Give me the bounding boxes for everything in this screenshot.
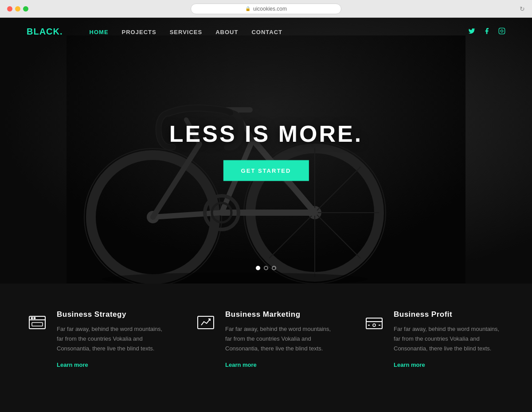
twitter-icon[interactable] bbox=[468, 27, 475, 36]
instagram-icon[interactable] bbox=[498, 27, 505, 36]
features-section: Business Strategy Far far away, behind t… bbox=[0, 284, 532, 412]
reload-button[interactable]: ↻ bbox=[520, 5, 525, 12]
close-button[interactable] bbox=[7, 6, 12, 12]
nav-link-about: ABOUT bbox=[215, 29, 238, 35]
nav-link-home: HOME bbox=[90, 29, 109, 35]
traffic-lights bbox=[7, 6, 28, 12]
marketing-learn-more[interactable]: Learn more bbox=[225, 361, 257, 368]
feature-profit: Business Profit Far far away, behind the… bbox=[364, 310, 505, 390]
fullscreen-button[interactable] bbox=[23, 6, 28, 12]
url-text: uicookies.com bbox=[253, 6, 287, 12]
lock-icon: 🔒 bbox=[245, 6, 250, 11]
strategy-learn-more[interactable]: Learn more bbox=[57, 361, 88, 368]
marketing-description: Far far away, behind the word mountains,… bbox=[225, 324, 337, 354]
hero-content: LESS IS MORE. GET STARTED bbox=[169, 120, 363, 181]
logo-text: BLACK bbox=[27, 27, 60, 36]
svg-rect-29 bbox=[32, 323, 43, 326]
strategy-icon bbox=[27, 312, 48, 333]
profit-title: Business Profit bbox=[394, 310, 505, 319]
marketing-text: Business Marketing Far far away, behind … bbox=[225, 310, 337, 369]
svg-point-33 bbox=[373, 324, 376, 326]
get-started-button[interactable]: GET STARTED bbox=[223, 160, 309, 181]
nav-link-contact: CONTACT bbox=[251, 29, 282, 35]
nav-link-projects: PROJECTS bbox=[122, 29, 156, 35]
strategy-description: Far far away, behind the word mountains,… bbox=[57, 324, 168, 354]
nav-item-contact[interactable]: CONTACT bbox=[251, 28, 282, 36]
website-content: BLACK. HOME PROJECTS SERVICES ABOUT CONT… bbox=[0, 18, 532, 412]
svg-rect-31 bbox=[366, 318, 382, 329]
profit-description: Far far away, behind the word mountains,… bbox=[394, 324, 505, 354]
nav-item-projects[interactable]: PROJECTS bbox=[122, 28, 156, 36]
svg-point-27 bbox=[31, 318, 33, 319]
nav-item-about[interactable]: ABOUT bbox=[215, 28, 238, 36]
strategy-title: Business Strategy bbox=[57, 310, 168, 319]
carousel-dot-1[interactable] bbox=[256, 266, 260, 270]
svg-point-28 bbox=[34, 318, 35, 319]
navigation: BLACK. HOME PROJECTS SERVICES ABOUT CONT… bbox=[0, 18, 532, 46]
hero-title: LESS IS MORE. bbox=[169, 120, 363, 147]
profit-text: Business Profit Far far away, behind the… bbox=[394, 310, 505, 369]
marketing-icon bbox=[195, 312, 216, 333]
feature-strategy: Business Strategy Far far away, behind t… bbox=[27, 310, 168, 390]
carousel-dots bbox=[256, 266, 276, 270]
nav-link-services: SERVICES bbox=[170, 29, 203, 35]
hero-section: LESS IS MORE. GET STARTED bbox=[0, 18, 532, 284]
browser-chrome: 🔒 uicookies.com ↻ bbox=[0, 0, 532, 18]
logo-dot: . bbox=[60, 27, 63, 36]
social-icons bbox=[468, 27, 505, 36]
marketing-title: Business Marketing bbox=[225, 310, 337, 319]
nav-item-services[interactable]: SERVICES bbox=[170, 28, 203, 36]
minimize-button[interactable] bbox=[15, 6, 20, 12]
feature-marketing: Business Marketing Far far away, behind … bbox=[195, 310, 337, 390]
nav-item-home[interactable]: HOME bbox=[90, 28, 109, 36]
nav-links: HOME PROJECTS SERVICES ABOUT CONTACT bbox=[90, 28, 468, 36]
address-bar[interactable]: 🔒 uicookies.com bbox=[191, 4, 341, 14]
facebook-icon[interactable] bbox=[483, 27, 490, 36]
logo[interactable]: BLACK. bbox=[27, 27, 63, 37]
profit-icon bbox=[364, 312, 385, 333]
strategy-text: Business Strategy Far far away, behind t… bbox=[57, 310, 168, 369]
profit-learn-more[interactable]: Learn more bbox=[394, 361, 425, 368]
carousel-dot-3[interactable] bbox=[272, 266, 276, 270]
carousel-dot-2[interactable] bbox=[264, 266, 268, 270]
svg-rect-0 bbox=[499, 28, 505, 34]
